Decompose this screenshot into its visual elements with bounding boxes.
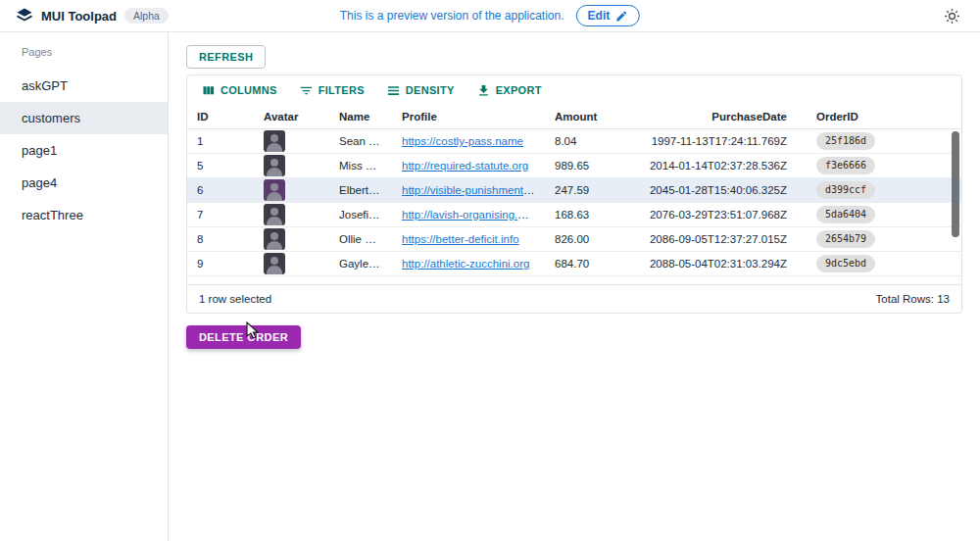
export-button-label: EXPORT [496, 84, 542, 96]
profile-link[interactable]: http://lavish-organising.name [402, 209, 545, 221]
cell-amount: 684.70 [545, 258, 635, 270]
profile-link[interactable]: http://athletic-zucchini.org [402, 258, 529, 270]
view-column-icon [201, 83, 216, 98]
filters-button-label: FILTERS [318, 84, 365, 96]
cell-orderid: d399ccf [797, 181, 961, 199]
cell-orderid: 25f186d [797, 132, 961, 150]
refresh-button[interactable]: REFRESH [186, 45, 266, 69]
orderid-chip: 25f186d [816, 132, 875, 150]
cell-orderid: 9dc5ebd [797, 255, 961, 272]
cell-name: Sean Harris [329, 135, 392, 147]
sidebar-item-askgpt[interactable]: askGPT [0, 70, 168, 102]
orderid-chip: d399ccf [816, 181, 875, 199]
sidebar-item-page1[interactable]: page1 [0, 134, 168, 167]
cell-id: 6 [187, 184, 254, 196]
avatar [264, 228, 285, 250]
sun-icon [944, 8, 960, 25]
grid-vertical-scrollbar[interactable] [952, 131, 959, 237]
filters-button[interactable]: FILTERS [293, 79, 370, 102]
export-button[interactable]: EXPORT [470, 79, 548, 102]
column-header-amount[interactable]: Amount [545, 111, 635, 123]
app-bar-brand: MUI Toolpad Alpha [16, 7, 169, 25]
cell-name: Miss Juan ... [329, 160, 392, 172]
alpha-badge: Alpha [124, 8, 169, 24]
avatar [264, 253, 285, 274]
columns-button-label: COLUMNS [220, 84, 277, 96]
profile-link[interactable]: http://required-statute.org [402, 160, 528, 172]
grid-header-row: ID Avatar Name Profile Amount PurchaseDa… [187, 105, 961, 129]
data-grid: COLUMNS FILTERS DENSITY EXPORT [186, 74, 962, 314]
column-header-profile[interactable]: Profile [392, 111, 545, 123]
table-row[interactable]: 8 Ollie Green... https://better-deficit.… [187, 227, 961, 252]
cell-id: 7 [187, 209, 254, 221]
grid-toolbar: COLUMNS FILTERS DENSITY EXPORT [187, 75, 961, 105]
orderid-chip: 5da6404 [816, 206, 875, 223]
cell-profile: http://lavish-organising.name [392, 209, 545, 221]
cell-amount: 826.00 [545, 233, 635, 245]
table-row[interactable]: 9 Gayle Den... http://athletic-zucchini.… [187, 252, 961, 276]
preview-banner: This is a preview version of the applica… [340, 5, 640, 26]
cell-id: 5 [187, 160, 254, 172]
cell-amount: 247.59 [545, 184, 635, 196]
orderid-chip: 2654b79 [816, 230, 875, 248]
cell-orderid: 5da6404 [797, 206, 961, 223]
column-header-avatar[interactable]: Avatar [254, 111, 329, 123]
sidebar-item-customers[interactable]: customers [0, 102, 168, 134]
cell-id: 9 [187, 258, 254, 270]
cell-avatar [254, 155, 329, 176]
sidebar: Pages askGPT customers page1 page4 react… [0, 32, 169, 541]
orderid-chip: 9dc5ebd [816, 255, 875, 272]
column-header-id[interactable]: ID [187, 111, 254, 123]
delete-order-button[interactable]: DELETE ORDER [186, 325, 301, 349]
cell-amount: 8.04 [545, 135, 635, 147]
cell-profile: http://required-statute.org [392, 160, 545, 172]
edit-button-label: Edit [588, 9, 611, 23]
cell-profile: http://athletic-zucchini.org [392, 258, 545, 270]
column-header-purchasedate[interactable]: PurchaseDate [635, 111, 797, 123]
cell-profile: http://visible-punishment.net [392, 184, 545, 196]
cell-avatar [254, 253, 329, 274]
app-window: MUI Toolpad Alpha This is a preview vers… [0, 0, 980, 541]
mui-toolpad-logo [16, 7, 33, 25]
table-row[interactable]: 5 Miss Juan ... http://required-statute.… [187, 154, 961, 178]
column-header-orderid[interactable]: OrderID [797, 111, 961, 123]
avatar [264, 130, 285, 152]
sidebar-section-label: Pages [0, 38, 168, 70]
profile-link[interactable]: http://visible-punishment.net [402, 184, 542, 196]
avatar [264, 155, 285, 176]
cell-name: Elbert McL... [329, 184, 392, 196]
cell-orderid: f3e6666 [797, 157, 961, 174]
cell-purchasedate: 2086-09-05T12:37:27.015Z [635, 233, 797, 245]
preview-text: This is a preview version of the applica… [340, 9, 564, 23]
total-rows: Total Rows: 13 [876, 293, 950, 305]
edit-button[interactable]: Edit [576, 5, 641, 26]
cell-name: Ollie Green... [329, 233, 392, 245]
table-row[interactable]: 7 Josefina P... http://lavish-organising… [187, 203, 961, 227]
cell-purchasedate: 2045-01-28T15:40:06.325Z [635, 184, 797, 196]
orderid-chip: f3e6666 [816, 157, 875, 174]
cell-profile: https://better-deficit.info [392, 233, 545, 245]
cell-name: Gayle Den... [329, 258, 392, 270]
cell-id: 8 [187, 233, 254, 245]
cell-purchasedate: 2088-05-04T02:31:03.294Z [635, 258, 797, 270]
columns-button[interactable]: COLUMNS [195, 79, 283, 102]
density-button[interactable]: DENSITY [380, 79, 461, 102]
grid-rows-viewport: 1 Sean Harris https://costly-pass.name 8… [187, 129, 961, 284]
cell-profile: https://costly-pass.name [392, 135, 545, 147]
grid-footer: 1 row selected Total Rows: 13 [187, 284, 961, 313]
theme-toggle-button[interactable] [940, 4, 964, 28]
table-row-selected[interactable]: 6 Elbert McL... http://visible-punishmen… [187, 178, 961, 203]
cell-name: Josefina P... [329, 209, 392, 221]
cell-id: 1 [187, 135, 254, 147]
profile-link[interactable]: https://better-deficit.info [402, 233, 519, 245]
column-header-name[interactable]: Name [329, 111, 392, 123]
sidebar-item-reactthree[interactable]: reactThree [0, 199, 168, 231]
density-button-label: DENSITY [406, 84, 455, 96]
pencil-icon [615, 10, 628, 23]
sidebar-item-page4[interactable]: page4 [0, 167, 168, 199]
download-icon [476, 83, 491, 98]
table-row[interactable]: 1 Sean Harris https://costly-pass.name 8… [187, 129, 961, 154]
cell-orderid: 2654b79 [797, 230, 961, 248]
profile-link[interactable]: https://costly-pass.name [402, 135, 523, 147]
cell-avatar [254, 179, 329, 201]
